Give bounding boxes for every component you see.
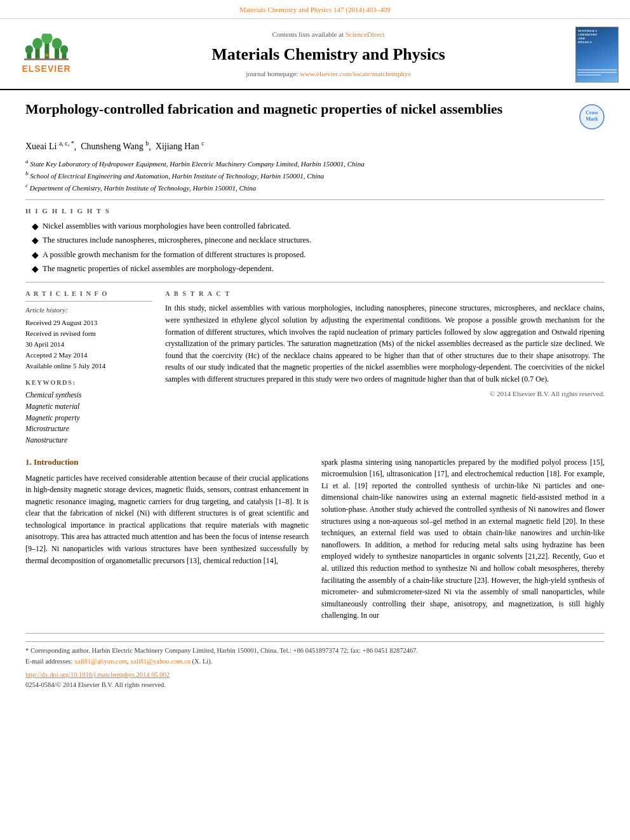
keyword-5: Nanostructure — [25, 435, 152, 446]
introduction-title: 1. Introduction — [25, 457, 309, 469]
contents-line: Contents lists available at ScienceDirec… — [88, 30, 569, 40]
crossmark-badge: Cross Mark — [579, 104, 605, 133]
main-col-right: spark plasma sintering using nanoparticl… — [321, 457, 605, 627]
accepted-date: Accepted 2 May 2014 — [25, 350, 152, 361]
affiliation-c: c Department of Chemistry, Harbin Instit… — [25, 182, 605, 193]
main-col-left: 1. Introduction Magnetic particles have … — [25, 457, 309, 627]
abstract-label: A B S T R A C T — [165, 289, 605, 298]
journal-cover: MATERIALSCHEMISTRYANDPHYSICS — [575, 27, 619, 83]
svg-point-7 — [52, 38, 62, 50]
divider-2 — [25, 282, 605, 283]
svg-point-11 — [45, 53, 48, 57]
author-2: Chunsheng Wang b — [81, 142, 149, 151]
bullet-1: ◆ — [32, 220, 39, 233]
divider-1 — [25, 199, 605, 200]
doi-line: http://dx.doi.org/10.1016/j.matchemphys.… — [25, 670, 605, 679]
highlights-label: H I G H L I G H T S — [25, 206, 605, 217]
sciencedirect-link[interactable]: ScienceDirect — [345, 30, 385, 38]
crossmark-icon: Cross Mark — [579, 104, 605, 130]
journal-header: ELSEVIER Contents lists available at Sci… — [0, 19, 630, 90]
article-title: Morphology-controlled fabrication and ma… — [25, 100, 573, 119]
highlight-item-1: ◆ Nickel assemblies with various morphol… — [32, 220, 605, 233]
bullet-4: ◆ — [32, 263, 39, 276]
keywords-label: Keywords: — [25, 378, 152, 387]
svg-rect-10 — [24, 58, 69, 60]
keyword-1: Chemical synthesis — [25, 390, 152, 401]
top-reference-bar: Materials Chemistry and Physics 147 (201… — [0, 0, 630, 19]
journal-reference: Materials Chemistry and Physics 147 (201… — [239, 6, 391, 13]
affiliations: a State Key Laboratory of Hydropower Equ… — [25, 157, 605, 193]
author-3: Xijiang Han c — [156, 142, 204, 151]
footnote-divider — [25, 633, 605, 634]
abstract-col: A B S T R A C T In this study, nickel as… — [165, 289, 605, 446]
svg-point-5 — [41, 34, 53, 44]
journal-center-info: Contents lists available at ScienceDirec… — [88, 30, 569, 79]
highlights-list: ◆ Nickel assemblies with various morphol… — [25, 220, 605, 276]
email-link-1[interactable]: xali81@aliyun.com — [74, 658, 127, 665]
keyword-3: Magnetic property — [25, 413, 152, 423]
article-info-abstract-row: A R T I C L E I N F O Article history: R… — [25, 289, 605, 446]
svg-text:Cross: Cross — [586, 110, 598, 116]
corresponding-footnote: * Corresponding author. Harbin Electric … — [25, 646, 605, 655]
keyword-4: Microstructure — [25, 423, 152, 434]
affiliation-a: a State Key Laboratory of Hydropower Equ… — [25, 157, 605, 169]
article-body: Morphology-controlled fabrication and ma… — [0, 90, 630, 700]
available-date: Available online 5 July 2014 — [25, 361, 152, 371]
elsevier-wordmark: ELSEVIER — [22, 62, 70, 75]
issn-line: 0254-0584/© 2014 Elsevier B.V. All right… — [25, 680, 605, 690]
article-title-row: Morphology-controlled fabrication and ma… — [25, 100, 605, 133]
elsevier-tree-icon — [24, 34, 69, 62]
bullet-3: ◆ — [32, 249, 39, 262]
history-label: Article history: — [25, 305, 152, 316]
affiliation-b: b School of Electrical Engineering and A… — [25, 170, 605, 181]
highlight-item-2: ◆ The structures include nanospheres, mi… — [32, 234, 605, 247]
journal-title: Materials Chemistry and Physics — [88, 43, 569, 67]
highlight-item-4: ◆ The magnetic properties of nickel asse… — [32, 263, 605, 276]
svg-point-3 — [32, 38, 43, 50]
abstract-text: In this study, nickel assemblies with va… — [165, 302, 605, 385]
doi-link[interactable]: http://dx.doi.org/10.1016/j.matchemphys.… — [25, 671, 170, 678]
email-footnote: E-mail addresses: xali81@aliyun.com, xal… — [25, 657, 605, 666]
bullet-2: ◆ — [32, 234, 39, 247]
revised-label: Received in revised form — [25, 329, 152, 339]
revised-date: 30 April 2014 — [25, 340, 152, 350]
main-two-col: 1. Introduction Magnetic particles have … — [25, 457, 605, 627]
introduction-right-text: spark plasma sintering using nanoparticl… — [321, 457, 605, 622]
email-link-2[interactable]: xali81@yahoo.com.cn — [130, 658, 191, 665]
elsevier-logo-area: ELSEVIER — [11, 34, 81, 75]
homepage-line: journal homepage: www.elsevier.com/locat… — [88, 69, 569, 79]
page-container: Materials Chemistry and Physics 147 (201… — [0, 0, 630, 840]
svg-point-9 — [60, 45, 68, 54]
svg-point-1 — [25, 45, 33, 54]
highlights-section: H I G H L I G H T S ◆ Nickel assemblies … — [25, 206, 605, 276]
highlight-item-3: ◆ A possible growth mechanism for the fo… — [32, 249, 605, 262]
introduction-left-text: Magnetic particles have received conside… — [25, 472, 309, 567]
article-info-section: Article history: Received 29 August 2013… — [25, 305, 152, 371]
article-info-label: A R T I C L E I N F O — [25, 289, 152, 298]
received-date: Received 29 August 2013 — [25, 318, 152, 328]
authors-line: Xueai Li a, c, *, Chunsheng Wang b, Xiji… — [25, 140, 605, 154]
keywords-section: Keywords: Chemical synthesis Magnetic ma… — [25, 378, 152, 446]
article-info-col: A R T I C L E I N F O Article history: R… — [25, 289, 152, 446]
keyword-2: Magnetic material — [25, 401, 152, 412]
homepage-link[interactable]: www.elsevier.com/locate/matchemphys — [300, 70, 411, 77]
copyright-line: © 2014 Elsevier B.V. All rights reserved… — [165, 389, 605, 399]
footnote-area: * Corresponding author. Harbin Electric … — [25, 641, 605, 666]
svg-text:Mark: Mark — [586, 116, 598, 122]
author-1: Xueai Li a, c, * — [25, 142, 74, 151]
